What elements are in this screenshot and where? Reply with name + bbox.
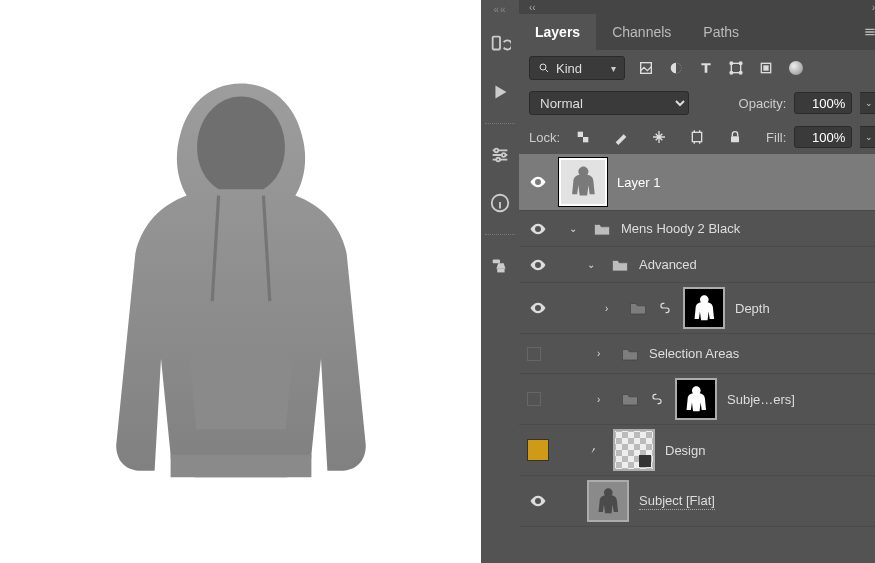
tab-channels[interactable]: Channels (596, 14, 687, 50)
layer-name[interactable]: Depth (735, 301, 875, 316)
visibility-toggle[interactable] (527, 297, 549, 319)
right-panel-wrap: «« ‹‹›› Layers Channels Paths (481, 0, 875, 563)
panel-grab-icon[interactable]: «« (493, 4, 506, 15)
layer-depth[interactable]: › Depth (519, 283, 875, 334)
svg-point-13 (730, 71, 733, 74)
folder-icon (611, 257, 629, 273)
visibility-toggle[interactable] (527, 254, 549, 276)
svg-point-11 (730, 62, 733, 65)
filter-type-icon[interactable] (697, 59, 715, 77)
blend-mode-select[interactable]: Normal (529, 91, 689, 115)
layer-design[interactable]: Design (519, 425, 875, 476)
panel-tabs: Layers Channels Paths (519, 14, 875, 50)
fill-label: Fill: (766, 130, 786, 145)
layer-selection-areas[interactable]: › Selection Areas (519, 334, 875, 374)
filter-pixel-icon[interactable] (637, 59, 655, 77)
opacity-label: Opacity: (739, 96, 787, 111)
disclosure-right-icon[interactable]: › (597, 348, 611, 359)
visibility-toggle[interactable] (527, 218, 549, 240)
svg-point-7 (540, 64, 546, 70)
fill-stepper[interactable]: ⌄ (860, 126, 875, 148)
smart-object-thumbnail[interactable] (613, 429, 655, 471)
search-icon (538, 62, 550, 74)
visibility-toggle-off[interactable] (527, 392, 541, 406)
panel-toolstrip: «« (481, 0, 519, 563)
svg-rect-6 (497, 269, 504, 273)
svg-point-3 (496, 158, 500, 162)
filter-smart-icon[interactable] (757, 59, 775, 77)
document-canvas[interactable] (0, 0, 481, 563)
layer-group-advanced[interactable]: ⌄ Advanced (519, 247, 875, 283)
tab-paths[interactable]: Paths (687, 14, 755, 50)
layer-name[interactable]: Subject [Flat] (639, 493, 875, 510)
svg-point-14 (739, 71, 742, 74)
folder-icon (621, 346, 639, 362)
layers-list[interactable]: Layer 1 ⌄ Mens Hoody 2 Black ⌄ Advanced … (519, 154, 875, 563)
mask-thumbnail[interactable] (675, 378, 717, 420)
layer-subject-flat[interactable]: Subject [Flat] (519, 476, 875, 527)
adjustments-icon[interactable] (481, 136, 519, 174)
folder-icon (593, 221, 611, 237)
layers-panel: ‹‹›› Layers Channels Paths Kind ▾ (519, 0, 875, 563)
lock-position-icon[interactable] (650, 128, 668, 146)
layer-name[interactable]: Layer 1 (617, 175, 875, 190)
layer-group-main[interactable]: ⌄ Mens Hoody 2 Black (519, 211, 875, 247)
layer-name[interactable]: Subje…ers] (727, 392, 875, 407)
svg-rect-16 (764, 66, 768, 70)
play-icon[interactable] (481, 73, 519, 111)
filter-kind-label: Kind (556, 61, 582, 76)
chevron-down-icon: ▾ (611, 63, 616, 74)
layer-name[interactable]: Advanced (639, 257, 875, 272)
fill-value[interactable]: 100% (794, 126, 852, 148)
layer-thumbnail[interactable] (587, 480, 629, 522)
lock-artboard-icon[interactable] (688, 128, 706, 146)
blend-row: Normal Opacity: 100% ⌄ (519, 86, 875, 120)
svg-point-12 (739, 62, 742, 65)
opacity-value[interactable]: 100% (794, 92, 852, 114)
layer-color-swatch[interactable] (527, 439, 549, 461)
layer-thumbnail[interactable] (559, 158, 607, 206)
disclosure-down-icon[interactable]: ⌄ (569, 223, 583, 234)
disclosure-right-icon[interactable]: › (605, 303, 619, 314)
svg-point-2 (502, 153, 506, 157)
opacity-stepper[interactable]: ⌄ (860, 92, 875, 114)
lock-pixels-icon[interactable] (612, 128, 630, 146)
filter-toggle-icon[interactable] (787, 59, 805, 77)
info-icon[interactable] (481, 184, 519, 222)
hoodie-artwork (81, 62, 401, 502)
lock-all-icon[interactable] (726, 128, 744, 146)
clip-icon[interactable] (587, 442, 603, 458)
folder-icon (629, 300, 647, 316)
svg-rect-0 (493, 37, 500, 50)
svg-rect-19 (692, 132, 701, 141)
svg-rect-20 (731, 136, 739, 142)
lock-transparency-icon[interactable] (574, 128, 592, 146)
layer-name[interactable]: Mens Hoody 2 Black (621, 221, 875, 236)
clone-stamp-icon[interactable] (481, 247, 519, 285)
panel-collapse-bar[interactable]: ‹‹›› (519, 0, 875, 14)
link-mask-icon[interactable] (649, 391, 665, 407)
layer-name[interactable]: Design (665, 443, 875, 458)
panel-menu-icon[interactable] (858, 20, 875, 44)
disclosure-down-icon[interactable]: ⌄ (587, 259, 601, 270)
link-mask-icon[interactable] (657, 300, 673, 316)
visibility-toggle-off[interactable] (527, 347, 541, 361)
svg-rect-5 (493, 260, 500, 264)
disclosure-right-icon[interactable]: › (597, 394, 611, 405)
actions-icon[interactable] (481, 25, 519, 63)
layer-filter-row: Kind ▾ (519, 50, 875, 86)
layer-layer1[interactable]: Layer 1 (519, 154, 875, 211)
visibility-toggle[interactable] (527, 171, 549, 193)
mask-thumbnail[interactable] (683, 287, 725, 329)
layer-name[interactable]: Selection Areas (649, 346, 875, 361)
filter-adjustment-icon[interactable] (667, 59, 685, 77)
svg-rect-17 (578, 132, 583, 137)
layer-subjects[interactable]: › Subje…ers] (519, 374, 875, 425)
lock-label: Lock: (529, 130, 560, 145)
visibility-toggle[interactable] (527, 490, 549, 512)
folder-icon (621, 391, 639, 407)
layer-filter-kind[interactable]: Kind ▾ (529, 56, 625, 80)
tab-layers[interactable]: Layers (519, 14, 596, 50)
svg-rect-18 (583, 137, 588, 142)
filter-shape-icon[interactable] (727, 59, 745, 77)
